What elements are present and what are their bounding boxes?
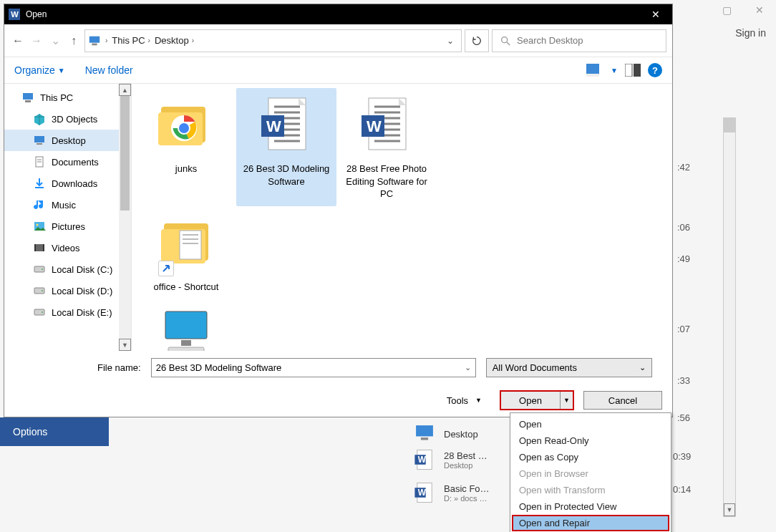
disk-icon — [33, 306, 46, 319]
shortcut-icon — [158, 261, 174, 276]
view-thumbnails-icon[interactable] — [586, 64, 603, 77]
chevron-down-icon[interactable]: ⌄ — [465, 363, 471, 372]
menu-item-open-read-only[interactable]: Open Read-Only — [512, 432, 669, 449]
view-drop-icon[interactable]: ▼ — [611, 67, 618, 74]
refresh-button[interactable] — [465, 29, 489, 52]
disk-icon — [33, 263, 46, 276]
bg-time: :06 — [677, 222, 690, 233]
open-button-label: Open — [501, 395, 560, 406]
search-input[interactable] — [492, 29, 666, 52]
open-drop-icon[interactable]: ▼ — [560, 392, 573, 409]
nav-forward-icon[interactable]: → — [29, 33, 44, 49]
bg-file-time: 0:39 — [673, 451, 691, 462]
sidebar-item-label: Local Disk (D:) — [52, 286, 112, 296]
svg-line-13 — [507, 42, 510, 45]
sidebar-item-pictures[interactable]: Pictures — [4, 216, 131, 237]
sidebar-item-3d-objects[interactable]: 3D Objects — [4, 108, 131, 130]
preview-pane-icon[interactable] — [625, 64, 641, 77]
svg-rect-1 — [421, 437, 428, 440]
new-folder-button[interactable]: New folder — [85, 64, 133, 76]
bg-time: :42 — [677, 162, 690, 173]
crumb-this-pc[interactable]: This PC› — [112, 35, 150, 46]
word-icon: W — [354, 94, 419, 158]
svg-rect-11 — [92, 43, 97, 45]
word-icon: W — [254, 94, 319, 158]
sidebar-item-label: This PC — [40, 92, 73, 103]
word-doc-icon: W — [412, 480, 437, 505]
word-doc-icon: W — [412, 448, 437, 472]
scroll-down-icon[interactable]: ▼ — [119, 339, 131, 351]
document-scrollbar[interactable]: ▲ ▼ — [723, 117, 736, 517]
music-icon — [33, 198, 46, 211]
sidebar-item-documents[interactable]: Documents — [4, 151, 131, 173]
help-icon[interactable]: ? — [648, 63, 662, 77]
folder-shortcut-icon — [154, 212, 218, 276]
sidebar-scrollbar[interactable]: ▲ ▼ — [119, 84, 131, 351]
sidebar-item-local-disk-d-[interactable]: Local Disk (D:) — [4, 280, 131, 301]
address-bar[interactable]: › This PC› Desktop› ⌄ — [84, 29, 462, 52]
doc-icon — [33, 155, 46, 168]
scroll-down-icon[interactable]: ▼ — [724, 503, 735, 516]
sidebar-item-this-pc[interactable]: This PC — [4, 87, 131, 108]
file-item[interactable]: W26 Best 3D Modeling Software — [236, 88, 336, 206]
menu-item-open-as-copy[interactable]: Open as Copy — [512, 449, 669, 465]
svg-rect-32 — [34, 244, 36, 251]
file-name-label: File name: — [97, 362, 141, 373]
file-item[interactable]: office - Shortcut — [136, 206, 236, 299]
tools-button[interactable]: Tools▼ — [447, 395, 482, 406]
download-icon — [33, 177, 46, 190]
menu-item-open-in-protected-view[interactable]: Open in Protected View — [512, 498, 669, 515]
vid-icon — [33, 241, 46, 254]
sidebar-item-local-disk-e-[interactable]: Local Disk (E:) — [4, 301, 131, 323]
file-item[interactable]: junks — [136, 88, 236, 206]
nav-back-icon[interactable]: ← — [10, 33, 26, 49]
nav-up-icon[interactable]: ↑ — [66, 33, 82, 49]
svg-rect-19 — [25, 100, 31, 102]
svg-point-39 — [42, 311, 43, 313]
svg-rect-10 — [89, 36, 100, 42]
file-name-input[interactable]: 26 Best 3D Modeling Software ⌄ — [151, 358, 476, 377]
parent-close-icon[interactable]: ✕ — [743, 0, 776, 20]
sign-in-link[interactable]: Sign in — [735, 27, 766, 39]
file-type-filter[interactable]: All Word Documents ⌄ — [486, 358, 652, 377]
pc-icon — [21, 91, 34, 104]
svg-text:W: W — [266, 117, 281, 135]
svg-point-35 — [42, 269, 43, 270]
bg-file-sub: Desktop — [444, 461, 488, 470]
svg-rect-31 — [34, 244, 44, 251]
scroll-up-icon[interactable]: ▲ — [119, 84, 131, 96]
scroll-thumb[interactable] — [724, 118, 735, 132]
scroll-thumb[interactable] — [120, 96, 130, 211]
word-app-icon: W — [9, 9, 20, 20]
sidebar-item-label: Music — [52, 200, 76, 211]
svg-text:W: W — [418, 455, 427, 465]
organize-button[interactable]: Organize ▼ — [14, 64, 65, 76]
sidebar-item-videos[interactable]: Videos — [4, 237, 131, 258]
file-item[interactable]: W28 Best Free Photo Editing Software for… — [336, 88, 437, 206]
sidebar-item-label: Documents — [52, 157, 99, 168]
menu-item-open[interactable]: Open — [512, 416, 669, 432]
menu-item-open-and-repair[interactable]: Open and Repair — [512, 515, 669, 531]
cancel-button[interactable]: Cancel — [583, 391, 662, 410]
parent-maximize-icon[interactable]: ▢ — [710, 0, 743, 20]
bg-file-time: 0:14 — [673, 484, 691, 495]
svg-rect-18 — [23, 93, 33, 100]
address-drop-icon[interactable]: ⌄ — [442, 30, 458, 52]
svg-rect-33 — [43, 244, 44, 251]
sidebar-item-desktop[interactable]: Desktop — [4, 130, 131, 151]
close-button[interactable]: ✕ — [639, 4, 672, 24]
sidebar-item-label: Desktop — [52, 135, 86, 146]
sidebar-item-downloads[interactable]: Downloads — [4, 173, 131, 194]
file-item[interactable]: This PC - Shortcut — [136, 299, 236, 351]
crumb-desktop[interactable]: Desktop› — [155, 35, 194, 46]
nav-recent-icon[interactable]: ⌄ — [47, 33, 63, 49]
sidebar-item-local-disk-c-[interactable]: Local Disk (C:) — [4, 258, 131, 280]
sidebar-item-music[interactable]: Music — [4, 194, 131, 216]
options-sidebar-item[interactable]: Options — [0, 417, 109, 446]
open-split-button[interactable]: Open ▼ — [500, 391, 573, 410]
chevron-right-icon: › — [148, 37, 150, 44]
svg-rect-17 — [634, 64, 641, 77]
search-field[interactable] — [517, 35, 659, 46]
search-icon — [500, 35, 511, 47]
sidebar-item-label: Local Disk (E:) — [52, 307, 112, 318]
